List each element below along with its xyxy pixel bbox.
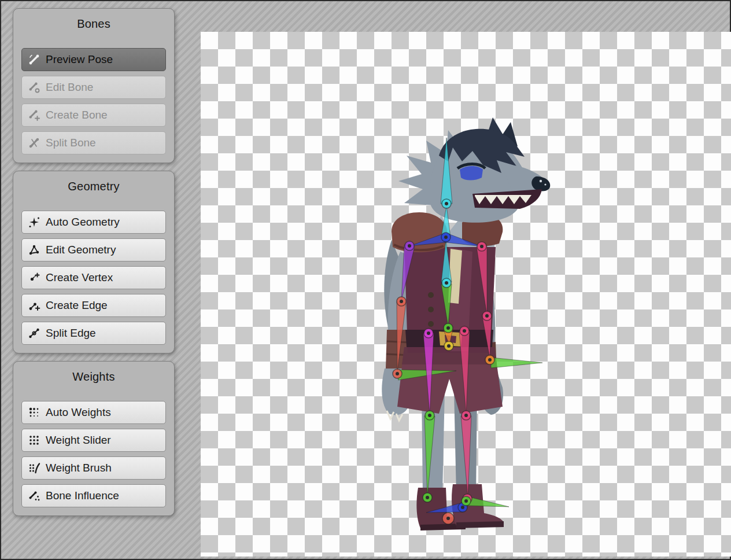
auto-weights-button[interactable]: Auto Weights — [21, 401, 166, 424]
edit-geometry-label: Edit Geometry — [46, 244, 116, 256]
split-edge-icon — [28, 327, 40, 340]
bone-influence-button[interactable]: Bone Influence — [21, 484, 166, 507]
split-bone-label: Split Bone — [46, 137, 96, 149]
edit-geometry-icon — [28, 244, 40, 256]
create-edge-button[interactable]: Create Edge — [21, 294, 166, 317]
panel-bones: Bones Preview Pose Edit Bone — [13, 8, 175, 163]
create-edge-icon — [28, 299, 40, 312]
bone-influence-label: Bone Influence — [46, 489, 119, 502]
edit-bone-icon — [28, 81, 40, 94]
auto-geometry-icon — [28, 216, 40, 229]
split-edge-label: Split Edge — [46, 327, 96, 340]
panel-geometry-title: Geometry — [21, 178, 166, 194]
weight-brush-icon — [28, 462, 40, 474]
split-bone-button: Split Bone — [21, 131, 166, 154]
create-bone-label: Create Bone — [46, 109, 108, 121]
create-bone-icon — [28, 109, 40, 121]
auto-geometry-button[interactable]: Auto Geometry — [21, 211, 166, 234]
scene-svg — [201, 32, 731, 557]
edit-bone-label: Edit Bone — [46, 81, 93, 94]
create-bone-button: Create Bone — [21, 104, 166, 127]
auto-geometry-label: Auto Geometry — [46, 216, 120, 229]
preview-pose-button[interactable]: Preview Pose — [21, 48, 166, 71]
bone-influence-icon — [28, 489, 40, 502]
tool-panels: Bones Preview Pose Edit Bone — [13, 8, 175, 516]
panel-weights: Weights Auto Weights Weight Slider — [13, 361, 175, 516]
sprite-canvas[interactable] — [201, 32, 731, 557]
preview-pose-label: Preview Pose — [46, 53, 113, 66]
create-edge-label: Create Edge — [46, 299, 108, 312]
auto-weights-label: Auto Weights — [46, 406, 111, 419]
weight-slider-button[interactable]: Weight Slider — [21, 429, 166, 452]
auto-weights-icon — [28, 406, 40, 419]
create-vertex-label: Create Vertex — [46, 271, 113, 284]
edit-geometry-button[interactable]: Edit Geometry — [21, 238, 166, 261]
character-head — [398, 117, 550, 223]
create-vertex-button[interactable]: Create Vertex — [21, 266, 166, 289]
edit-bone-button: Edit Bone — [21, 76, 166, 99]
weight-slider-icon — [28, 434, 40, 447]
panel-bones-title: Bones — [21, 16, 166, 32]
panel-geometry: Geometry Auto Geometry Edit Geometry — [13, 171, 175, 353]
create-vertex-icon — [28, 271, 40, 284]
weight-brush-button[interactable]: Weight Brush — [21, 456, 166, 480]
split-bone-icon — [28, 137, 40, 149]
panel-weights-title: Weights — [21, 369, 166, 385]
weight-brush-label: Weight Brush — [46, 462, 112, 474]
skinning-editor: Bones Preview Pose Edit Bone — [0, 0, 731, 560]
preview-pose-icon — [28, 53, 40, 66]
split-edge-button[interactable]: Split Edge — [21, 322, 166, 345]
weight-slider-label: Weight Slider — [46, 434, 111, 447]
